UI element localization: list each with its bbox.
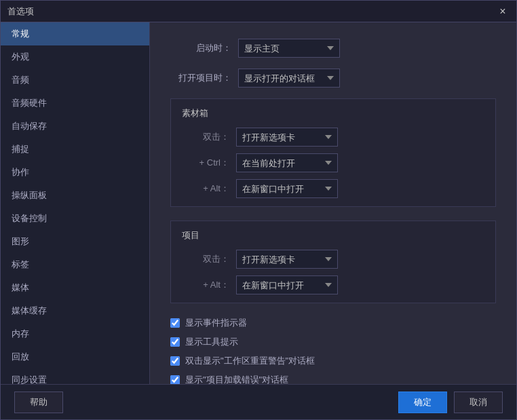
proj-alt-row: + Alt： 在新窗口中打开 打开新选项卡 在当前处打开 [182,275,484,294]
startup-row: 启动时： 显示主页 显示欢迎屏幕 不显示 [170,39,496,58]
checkbox-row-0: 显示事件指示器 [170,317,496,329]
bin-ctrl-select[interactable]: 在当前处打开 打开新选项卡 在新窗口中打开 [236,153,338,172]
bin-ctrl-label: + Ctrl： [182,157,229,169]
checkbox-row-3: 显示"项目加载错误"对话框 [170,374,496,384]
proj-alt-select[interactable]: 在新窗口中打开 打开新选项卡 在当前处打开 [236,275,338,294]
proj-double-click-row: 双击： 打开新选项卡 在当前处打开 在新窗口中打开 [182,250,484,269]
sidebar-item-audio[interactable]: 音频 [1,69,149,92]
checkbox-tooltip-label: 显示工具提示 [185,336,238,348]
sidebar-item-appearance[interactable]: 外观 [1,45,149,69]
checkbox-workspace-reset[interactable] [170,356,180,366]
footer: 帮助 确定 取消 [1,384,516,419]
sidebar-item-control-surface[interactable]: 操纵面板 [1,184,149,207]
sidebar-item-auto-save[interactable]: 自动保存 [1,115,149,138]
open-project-row: 打开项目时： 显示打开的对话框 不显示 [170,69,496,88]
sidebar-item-collaboration[interactable]: 协作 [1,161,149,184]
sidebar-item-graphics[interactable]: 图形 [1,230,149,253]
help-button[interactable]: 帮助 [14,392,63,413]
bin-double-click-row: 双击： 打开新选项卡 在当前处打开 在新窗口中打开 [182,128,484,147]
sidebar-item-media[interactable]: 媒体 [1,276,149,299]
checkbox-tooltip[interactable] [170,337,180,347]
sidebar-item-playback[interactable]: 回放 [1,345,149,368]
checkbox-project-load-error-label: 显示"项目加载错误"对话框 [185,374,288,384]
checkbox-row-2: 双击显示"工作区重置警告"对话框 [170,355,496,367]
ok-button[interactable]: 确定 [398,392,447,413]
proj-double-click-label: 双击： [182,253,229,265]
bin-double-click-label: 双击： [182,131,229,143]
sidebar-item-labels[interactable]: 标签 [1,253,149,276]
title-bar: 首选项 × [1,1,516,22]
checkbox-row-1: 显示工具提示 [170,336,496,348]
dialog-body: 常规 外观 音频 音频硬件 自动保存 捕捉 协作 操纵面板 设备控制 图形 标签… [1,22,516,384]
project-section-title: 项目 [182,229,484,242]
proj-double-click-select[interactable]: 打开新选项卡 在当前处打开 在新窗口中打开 [236,250,338,269]
sidebar-item-device-control[interactable]: 设备控制 [1,207,149,230]
bin-double-click-select[interactable]: 打开新选项卡 在当前处打开 在新窗口中打开 [236,128,338,147]
startup-select[interactable]: 显示主页 显示欢迎屏幕 不显示 [238,39,340,58]
sidebar-item-capture[interactable]: 捕捉 [1,138,149,161]
dialog-title: 首选项 [7,5,34,18]
bin-alt-row: + Alt： 在新窗口中打开 打开新选项卡 在当前处打开 [182,179,484,198]
checkbox-workspace-reset-label: 双击显示"工作区重置警告"对话框 [185,355,315,367]
sidebar: 常规 外观 音频 音频硬件 自动保存 捕捉 协作 操纵面板 设备控制 图形 标签… [1,22,150,384]
sidebar-item-media-cache[interactable]: 媒体缓存 [1,299,149,322]
bin-section: 素材箱 双击： 打开新选项卡 在当前处打开 在新窗口中打开 + Ctrl： 在当… [170,98,496,207]
bin-alt-select[interactable]: 在新窗口中打开 打开新选项卡 在当前处打开 [236,179,338,198]
open-project-label: 打开项目时： [170,72,231,84]
project-section: 项目 双击： 打开新选项卡 在当前处打开 在新窗口中打开 + Alt： 在新窗口… [170,221,496,303]
proj-alt-label: + Alt： [182,279,229,291]
sidebar-item-sync-settings[interactable]: 同步设置 [1,368,149,384]
bin-alt-label: + Alt： [182,183,229,195]
sidebar-item-memory[interactable]: 内存 [1,322,149,345]
bin-ctrl-row: + Ctrl： 在当前处打开 打开新选项卡 在新窗口中打开 [182,153,484,172]
preferences-dialog: 首选项 × 常规 外观 音频 音频硬件 自动保存 捕捉 协作 操纵面板 设备控制… [0,0,517,420]
open-project-select[interactable]: 显示打开的对话框 不显示 [238,69,340,88]
cancel-button[interactable]: 取消 [454,392,503,413]
bin-section-title: 素材箱 [182,107,484,119]
checkbox-project-load-error[interactable] [170,375,180,384]
close-button[interactable]: × [496,5,510,18]
checkbox-event-indicator[interactable] [170,318,180,328]
startup-label: 启动时： [170,42,231,54]
checkbox-event-indicator-label: 显示事件指示器 [185,317,247,329]
content-area: 启动时： 显示主页 显示欢迎屏幕 不显示 打开项目时： 显示打开的对话框 不显示… [150,22,516,384]
sidebar-item-audio-hardware[interactable]: 音频硬件 [1,92,149,115]
sidebar-item-general[interactable]: 常规 [1,22,149,45]
